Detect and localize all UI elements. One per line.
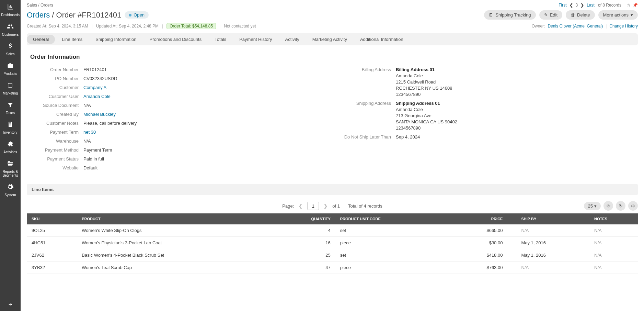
change-history-link[interactable]: Change History [609, 24, 638, 29]
edit-button[interactable]: ✎ Edit [539, 10, 562, 20]
order-total-badge: Order Total: $54,148.85 [166, 23, 216, 29]
field-label: Source Document [27, 102, 83, 109]
tab-activity[interactable]: Activity [279, 35, 306, 44]
field-label: Customer [27, 85, 83, 91]
gear-icon [7, 184, 14, 192]
shipping-tracking-button[interactable]: 🗓 Shipping Tracking [484, 10, 536, 20]
customer-link[interactable]: Company A [83, 85, 106, 90]
tab-totals[interactable]: Totals [208, 35, 232, 44]
cell-notes: N/A [589, 262, 638, 274]
table-row[interactable]: 9OL25Women's White Slip-On Clogs4set$665… [27, 224, 638, 237]
sidebar-item-products[interactable]: Products [0, 59, 21, 78]
table-row[interactable]: 2JV62Basic Women's 4-Pocket Black Scrub … [27, 249, 638, 262]
cell-shipby: May 1, 2016 [516, 237, 589, 249]
bar-chart-icon [7, 3, 14, 12]
breadcrumb: Sales / Orders [27, 3, 53, 8]
puzzle-icon [7, 141, 14, 149]
tab-marketing-activity[interactable]: Marketing Activity [306, 35, 353, 44]
sidebar-item-label: Dashboards [1, 13, 20, 17]
owner-link[interactable]: Denis Glover (Acme, General) [548, 24, 603, 29]
grid-total-label: Total of 4 records [348, 203, 382, 209]
cell-product: Basic Women's 4-Pocket Black Scrub Set [77, 249, 274, 262]
star-icon[interactable]: ☆ [627, 3, 631, 8]
nav-next[interactable]: ❯ [580, 3, 585, 8]
folder-open-icon [7, 160, 14, 169]
breadcrumb-parent[interactable]: Sales [27, 3, 37, 8]
col-shipby[interactable]: SHIP BY [516, 213, 589, 224]
cell-product: Women's Physician's 3-Pocket Lab Coat [77, 237, 274, 249]
col-notes[interactable]: NOTES [589, 213, 638, 224]
trash-icon: 🗑 [571, 12, 575, 18]
col-price[interactable]: PRICE [442, 213, 517, 224]
info-column-left: Order NumberFR1012401 PO NumberCV032342U… [27, 67, 325, 174]
sidebar-item-label: Inventory [3, 131, 17, 134]
sidebar-item-dashboards[interactable]: Dashboards [0, 0, 21, 20]
cell-sku: 4HC51 [27, 237, 77, 249]
col-sku[interactable]: SKU [27, 213, 77, 224]
cell-qty: 47 [274, 262, 335, 274]
tab-shipping[interactable]: Shipping Information [89, 35, 142, 44]
field-label: Created By [27, 111, 83, 118]
more-actions-button[interactable]: More actions ▾ [598, 10, 638, 20]
field-value: N/A [83, 102, 91, 109]
page-label: Page: [282, 203, 294, 209]
field-value: Default [83, 165, 97, 171]
sidebar-item-inventory[interactable]: Inventory [0, 118, 21, 137]
breadcrumb-current[interactable]: Orders [41, 3, 53, 8]
nav-last[interactable]: Last [587, 3, 595, 8]
col-unit[interactable]: PRODUCT UNIT CODE [335, 213, 442, 224]
grid-next-page[interactable]: ❯ [322, 203, 329, 209]
field-label: Billing Address [339, 67, 396, 98]
button-label: Delete [577, 12, 590, 18]
tab-bar: General Line Items Shipping Information … [27, 33, 638, 45]
field-label: Website [27, 165, 83, 171]
status-label: Open [134, 12, 145, 18]
book-icon [7, 82, 14, 90]
col-quantity[interactable]: QUANTITY [274, 213, 335, 224]
grid-settings-button[interactable]: ⚙ [628, 201, 638, 211]
tab-additional-info[interactable]: Additional Information [354, 35, 410, 44]
payment-term-link[interactable]: net 30 [83, 130, 96, 135]
title-parent-link[interactable]: Orders [27, 11, 50, 19]
chevron-down-icon: ▾ [594, 203, 597, 209]
sidebar-item-system[interactable]: System [0, 180, 21, 200]
sidebar-item-customers[interactable]: Customers [0, 20, 21, 39]
sidebar-item-taxes[interactable]: Taxes [0, 98, 21, 118]
tab-line-items[interactable]: Line Items [56, 35, 89, 44]
table-row[interactable]: 4HC51Women's Physician's 3-Pocket Lab Co… [27, 237, 638, 249]
nav-prev[interactable]: ❮ [569, 3, 574, 8]
sidebar-item-activities[interactable]: Activities [0, 137, 21, 157]
cell-sku: 2JV62 [27, 249, 77, 262]
line-items-table: SKU PRODUCT QUANTITY PRODUCT UNIT CODE P… [27, 213, 638, 274]
created-by-link[interactable]: Michael Buckley [83, 112, 116, 117]
cell-product: Women's Teal Scrub Cap [77, 262, 274, 274]
reset-button[interactable]: ↻ [616, 201, 625, 211]
sidebar-item-reports[interactable]: Reports & Segments [0, 157, 21, 180]
delete-button[interactable]: 🗑 Delete [566, 10, 595, 20]
cell-shipby: N/A [516, 224, 589, 237]
tab-promotions[interactable]: Promotions and Discounts [143, 35, 208, 44]
page-size-value: 25 [588, 203, 593, 209]
section-heading: Order Information [30, 54, 638, 60]
page-size-dropdown[interactable]: 25 ▾ [584, 202, 601, 210]
contact-status: Not contacted yet [224, 24, 256, 29]
cell-qty: 16 [274, 237, 335, 249]
button-label: Shipping Tracking [495, 12, 531, 18]
col-product[interactable]: PRODUCT [77, 213, 274, 224]
cell-unit: set [335, 249, 442, 262]
table-row[interactable]: 3YB32Women's Teal Scrub Cap47piece$763.0… [27, 262, 638, 274]
customer-user-link[interactable]: Amanda Cole [83, 94, 111, 99]
pin-icon[interactable]: 📌 [633, 3, 638, 8]
reset-icon: ↻ [619, 203, 623, 209]
cell-unit: piece [335, 262, 442, 274]
refresh-button[interactable]: ⟳ [603, 201, 613, 211]
tab-payment-history[interactable]: Payment History [233, 35, 278, 44]
nav-first[interactable]: First [559, 3, 566, 8]
tab-general[interactable]: General [27, 35, 55, 44]
grid-page-input[interactable] [307, 202, 319, 210]
cell-unit: set [335, 224, 442, 237]
sidebar-item-marketing[interactable]: Marketing [0, 78, 21, 98]
sidebar-item-sales[interactable]: Sales [0, 39, 21, 59]
grid-prev-page[interactable]: ❮ [297, 203, 304, 209]
sidebar-item-label: Customers [2, 33, 19, 36]
